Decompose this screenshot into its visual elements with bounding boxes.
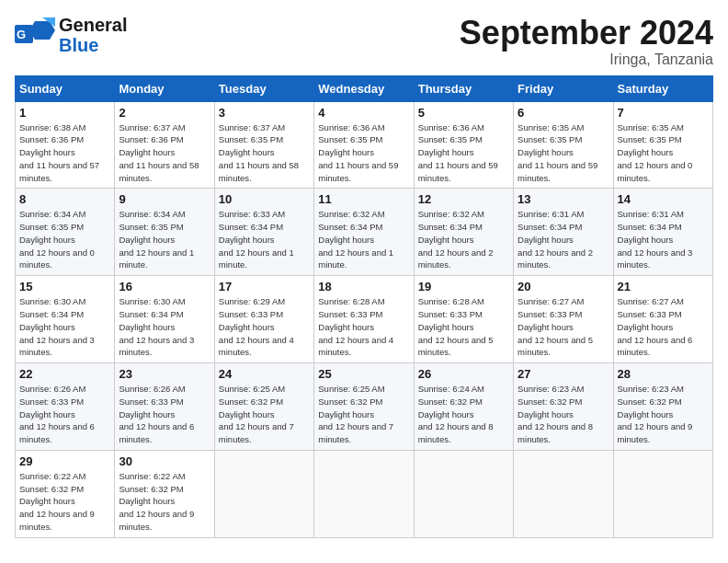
calendar-day-cell: 24Sunrise: 6:25 AMSunset: 6:32 PMDayligh…	[214, 363, 313, 451]
calendar-week-row: 8Sunrise: 6:34 AMSunset: 6:35 PMDaylight…	[16, 189, 713, 276]
day-number: 29	[19, 454, 110, 468]
empty-cell	[314, 450, 414, 537]
day-number: 23	[119, 367, 210, 381]
calendar-day-cell: 20Sunrise: 6:27 AMSunset: 6:33 PMDayligh…	[514, 276, 613, 363]
day-number: 30	[119, 454, 210, 468]
calendar-day-cell: 11Sunrise: 6:32 AMSunset: 6:34 PMDayligh…	[314, 189, 414, 276]
day-number: 17	[219, 280, 310, 293]
calendar-header-row: Sunday Monday Tuesday Wednesday Thursday…	[16, 75, 713, 101]
day-info: Sunrise: 6:23 AMSunset: 6:32 PMDaylight …	[518, 383, 609, 446]
calendar-day-cell: 9Sunrise: 6:34 AMSunset: 6:35 PMDaylight…	[115, 189, 214, 276]
calendar-day-cell: 22Sunrise: 6:26 AMSunset: 6:33 PMDayligh…	[16, 363, 115, 451]
header-wednesday: Wednesday	[314, 75, 414, 101]
calendar-day-cell: 3Sunrise: 6:37 AMSunset: 6:35 PMDaylight…	[214, 101, 313, 189]
day-info: Sunrise: 6:37 AMSunset: 6:35 PMDaylight …	[219, 121, 310, 185]
day-info: Sunrise: 6:23 AMSunset: 6:32 PMDaylight …	[618, 383, 709, 446]
calendar-week-row: 15Sunrise: 6:30 AMSunset: 6:34 PMDayligh…	[16, 276, 713, 363]
day-number: 27	[518, 367, 609, 381]
day-info: Sunrise: 6:28 AMSunset: 6:33 PMDaylight …	[418, 295, 509, 359]
svg-text:G: G	[17, 28, 26, 41]
day-number: 13	[518, 192, 609, 206]
day-info: Sunrise: 6:31 AMSunset: 6:34 PMDaylight …	[618, 208, 709, 271]
day-number: 14	[618, 192, 709, 206]
header-thursday: Thursday	[414, 75, 513, 101]
calendar-day-cell: 26Sunrise: 6:24 AMSunset: 6:32 PMDayligh…	[414, 363, 513, 451]
month-title: September 2024	[460, 15, 713, 52]
calendar-day-cell: 23Sunrise: 6:26 AMSunset: 6:33 PMDayligh…	[115, 363, 214, 451]
calendar-day-cell: 12Sunrise: 6:32 AMSunset: 6:34 PMDayligh…	[414, 189, 513, 276]
empty-cell	[414, 450, 513, 537]
day-info: Sunrise: 6:22 AMSunset: 6:32 PMDaylight …	[119, 470, 210, 534]
day-info: Sunrise: 6:38 AMSunset: 6:36 PMDaylight …	[19, 121, 110, 185]
calendar-week-row: 29Sunrise: 6:22 AMSunset: 6:32 PMDayligh…	[16, 450, 713, 537]
logo-blue: Blue	[59, 35, 98, 55]
calendar-day-cell: 21Sunrise: 6:27 AMSunset: 6:33 PMDayligh…	[613, 276, 712, 363]
header-friday: Friday	[514, 75, 613, 101]
day-number: 7	[618, 106, 709, 120]
calendar-day-cell: 5Sunrise: 6:36 AMSunset: 6:35 PMDaylight…	[414, 101, 513, 189]
calendar-day-cell: 29Sunrise: 6:22 AMSunset: 6:32 PMDayligh…	[16, 450, 115, 537]
day-info: Sunrise: 6:28 AMSunset: 6:33 PMDaylight …	[318, 295, 409, 359]
empty-cell	[514, 450, 613, 537]
header-sunday: Sunday	[16, 75, 115, 101]
calendar-day-cell: 2Sunrise: 6:37 AMSunset: 6:36 PMDaylight…	[115, 101, 214, 189]
logo: G General Blue	[15, 15, 127, 55]
day-number: 9	[119, 192, 210, 206]
header-tuesday: Tuesday	[214, 75, 313, 101]
day-number: 26	[418, 367, 509, 381]
calendar-day-cell: 15Sunrise: 6:30 AMSunset: 6:34 PMDayligh…	[16, 276, 115, 363]
day-info: Sunrise: 6:36 AMSunset: 6:35 PMDaylight …	[418, 121, 509, 185]
day-number: 28	[618, 367, 709, 381]
calendar-day-cell: 4Sunrise: 6:36 AMSunset: 6:35 PMDaylight…	[314, 101, 414, 189]
day-info: Sunrise: 6:30 AMSunset: 6:34 PMDaylight …	[119, 295, 210, 359]
logo-general: General	[59, 15, 127, 35]
header-monday: Monday	[115, 75, 214, 101]
calendar-day-cell: 16Sunrise: 6:30 AMSunset: 6:34 PMDayligh…	[115, 276, 214, 363]
calendar-day-cell: 27Sunrise: 6:23 AMSunset: 6:32 PMDayligh…	[514, 363, 613, 451]
day-info: Sunrise: 6:31 AMSunset: 6:34 PMDaylight …	[518, 208, 609, 271]
day-number: 4	[318, 106, 409, 120]
day-info: Sunrise: 6:25 AMSunset: 6:32 PMDaylight …	[318, 383, 409, 446]
day-info: Sunrise: 6:33 AMSunset: 6:34 PMDaylight …	[219, 208, 310, 271]
calendar-week-row: 1Sunrise: 6:38 AMSunset: 6:36 PMDaylight…	[16, 101, 713, 189]
day-info: Sunrise: 6:34 AMSunset: 6:35 PMDaylight …	[119, 208, 210, 271]
day-number: 6	[518, 106, 609, 120]
day-number: 2	[119, 106, 210, 120]
day-number: 5	[418, 106, 509, 120]
day-number: 21	[618, 280, 709, 293]
day-number: 8	[19, 192, 110, 206]
calendar-day-cell: 17Sunrise: 6:29 AMSunset: 6:33 PMDayligh…	[214, 276, 313, 363]
day-number: 15	[19, 280, 110, 293]
day-info: Sunrise: 6:22 AMSunset: 6:32 PMDaylight …	[19, 470, 110, 534]
day-number: 3	[219, 106, 310, 120]
calendar-day-cell: 13Sunrise: 6:31 AMSunset: 6:34 PMDayligh…	[514, 189, 613, 276]
calendar-day-cell: 7Sunrise: 6:35 AMSunset: 6:35 PMDaylight…	[613, 101, 712, 189]
day-info: Sunrise: 6:36 AMSunset: 6:35 PMDaylight …	[318, 121, 409, 185]
day-info: Sunrise: 6:32 AMSunset: 6:34 PMDaylight …	[418, 208, 509, 271]
calendar-day-cell: 8Sunrise: 6:34 AMSunset: 6:35 PMDaylight…	[16, 189, 115, 276]
day-number: 19	[418, 280, 509, 293]
day-number: 22	[19, 367, 110, 381]
day-info: Sunrise: 6:27 AMSunset: 6:33 PMDaylight …	[518, 295, 609, 359]
calendar-week-row: 22Sunrise: 6:26 AMSunset: 6:33 PMDayligh…	[16, 363, 713, 451]
page-header: G General Blue September 2024 Iringa, Ta…	[15, 15, 713, 68]
calendar-table: Sunday Monday Tuesday Wednesday Thursday…	[15, 75, 713, 538]
day-number: 11	[318, 192, 409, 206]
day-info: Sunrise: 6:27 AMSunset: 6:33 PMDaylight …	[618, 295, 709, 359]
svg-marker-2	[29, 21, 55, 40]
day-number: 10	[219, 192, 310, 206]
day-number: 25	[318, 367, 409, 381]
calendar-day-cell: 18Sunrise: 6:28 AMSunset: 6:33 PMDayligh…	[314, 276, 414, 363]
day-info: Sunrise: 6:32 AMSunset: 6:34 PMDaylight …	[318, 208, 409, 271]
day-info: Sunrise: 6:35 AMSunset: 6:35 PMDaylight …	[518, 121, 609, 185]
calendar-day-cell: 6Sunrise: 6:35 AMSunset: 6:35 PMDaylight…	[514, 101, 613, 189]
day-info: Sunrise: 6:34 AMSunset: 6:35 PMDaylight …	[19, 208, 110, 271]
day-info: Sunrise: 6:26 AMSunset: 6:33 PMDaylight …	[119, 383, 210, 446]
day-number: 1	[19, 106, 110, 120]
day-info: Sunrise: 6:30 AMSunset: 6:34 PMDaylight …	[19, 295, 110, 359]
calendar-day-cell: 28Sunrise: 6:23 AMSunset: 6:32 PMDayligh…	[613, 363, 712, 451]
day-info: Sunrise: 6:37 AMSunset: 6:36 PMDaylight …	[119, 121, 210, 185]
header-saturday: Saturday	[613, 75, 712, 101]
calendar-day-cell: 1Sunrise: 6:38 AMSunset: 6:36 PMDaylight…	[16, 101, 115, 189]
location-title: Iringa, Tanzania	[460, 52, 713, 68]
